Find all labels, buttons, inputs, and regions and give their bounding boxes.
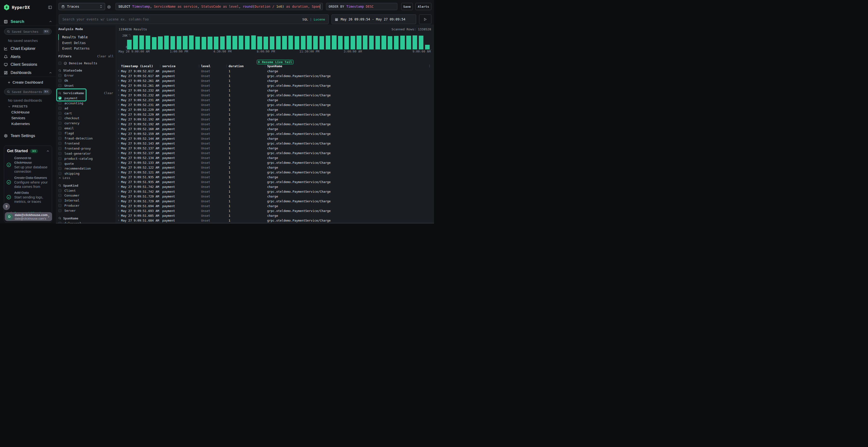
table-row[interactable]: May 27 9:09:52.160 AMpaymentUnset1charge bbox=[116, 127, 434, 131]
saved-searches-input[interactable]: Saved Searches ⌘K bbox=[4, 28, 52, 35]
row-expand-chevron-icon[interactable] bbox=[117, 142, 120, 144]
table-row[interactable]: May 27 9:09:52.231 AMpaymentUnset1grpc.o… bbox=[116, 102, 434, 107]
filter-option-client[interactable]: Client bbox=[58, 188, 114, 193]
row-expand-chevron-icon[interactable] bbox=[117, 99, 120, 101]
table-row[interactable]: May 27 9:09:52.121 AMpaymentUnset1grpc.o… bbox=[116, 170, 434, 175]
lucene-search-input[interactable]: Search your events w/ Lucene ex. column:… bbox=[59, 14, 329, 24]
sidebar-item-dashboards[interactable]: Dashboards bbox=[0, 70, 56, 76]
row-expand-chevron-icon[interactable] bbox=[117, 84, 120, 87]
sidebar-collapse-button[interactable] bbox=[48, 5, 52, 9]
table-row[interactable]: May 27 9:09:51.742 AMpaymentUnset1charge bbox=[116, 184, 434, 189]
checkbox[interactable] bbox=[58, 189, 61, 192]
checkbox[interactable] bbox=[58, 209, 61, 212]
language-toggle[interactable]: SQL | Lucene bbox=[302, 18, 325, 21]
preset-services[interactable]: Services bbox=[11, 116, 25, 120]
analysis-mode-results-table[interactable]: Results Table bbox=[58, 34, 114, 40]
table-row[interactable]: May 27 9:09:52.231 AMpaymentUnset1charge bbox=[116, 98, 434, 102]
alerts-button[interactable]: Alerts bbox=[415, 3, 431, 10]
row-expand-chevron-icon[interactable] bbox=[117, 147, 120, 149]
filter-option-internal[interactable]: Internal bbox=[58, 198, 114, 203]
row-expand-chevron-icon[interactable] bbox=[117, 171, 120, 173]
filter-option-flagd[interactable]: flagd bbox=[58, 131, 114, 136]
sidebar-item-chart-explorer[interactable]: Chart Explorer bbox=[0, 46, 56, 51]
table-row[interactable]: May 27 9:09:52.137 AMpaymentUnset1charge bbox=[116, 146, 434, 150]
row-expand-chevron-icon[interactable] bbox=[117, 186, 120, 188]
table-row[interactable]: May 27 9:09:52.122 AMpaymentUnset1charge bbox=[116, 165, 434, 170]
column-separator-icon[interactable]: ⋮ bbox=[159, 64, 162, 68]
column-header-duration[interactable]: duration bbox=[228, 64, 244, 68]
row-expand-chevron-icon[interactable] bbox=[117, 113, 120, 115]
checkbox[interactable] bbox=[58, 142, 61, 145]
row-expand-chevron-icon[interactable] bbox=[117, 70, 120, 72]
table-row[interactable]: May 27 9:09:52.232 AMpaymentUnset1grpc.o… bbox=[116, 93, 434, 98]
clear-all-filters-button[interactable]: Clear all bbox=[97, 55, 114, 58]
table-row[interactable]: May 27 9:09:52.617 AMpaymentUnset1charge bbox=[116, 69, 434, 73]
filter-option-accounting[interactable]: accounting bbox=[58, 101, 114, 106]
filter-option-currency[interactable]: currency bbox=[58, 121, 114, 126]
row-expand-chevron-icon[interactable] bbox=[117, 219, 120, 221]
row-expand-chevron-icon[interactable] bbox=[117, 157, 120, 159]
checkbox[interactable] bbox=[58, 112, 61, 115]
table-row[interactable]: May 27 9:09:51.935 AMpaymentUnset1charge bbox=[116, 175, 434, 179]
checkbox[interactable] bbox=[58, 116, 61, 120]
source-select[interactable]: Traces bbox=[59, 3, 105, 10]
filter-option-ok[interactable]: Ok bbox=[58, 78, 114, 83]
clear-filter-button[interactable]: Clear bbox=[104, 91, 114, 95]
user-menu[interactable]: D dale@clickhouse.com dale@clickhouse.co… bbox=[5, 212, 52, 221]
table-row[interactable]: May 27 9:09:52.617 AMpaymentUnset1grpc.o… bbox=[116, 73, 434, 78]
table-row[interactable]: May 27 9:09:52.229 AMpaymentUnset1charge bbox=[116, 107, 434, 112]
table-row[interactable]: May 27 9:09:52.143 AMpaymentUnset1grpc.o… bbox=[116, 141, 434, 146]
table-row[interactable]: May 27 9:09:51.742 AMpaymentUnset1grpc.o… bbox=[116, 189, 434, 194]
checkbox[interactable] bbox=[58, 84, 61, 87]
row-expand-chevron-icon[interactable] bbox=[117, 152, 120, 154]
column-header-timestamp[interactable]: Timestamp (Local) bbox=[121, 64, 153, 68]
checkbox[interactable] bbox=[58, 137, 61, 140]
show-less-button[interactable]: Less bbox=[58, 175, 70, 180]
table-row[interactable]: May 27 9:09:52.192 AMpaymentUnset1charge bbox=[116, 117, 434, 122]
filter-option-fraud-detection[interactable]: fraud-detection bbox=[58, 136, 114, 141]
row-expand-chevron-icon[interactable] bbox=[117, 133, 120, 135]
checkbox[interactable] bbox=[58, 74, 61, 77]
preset-clickhouse[interactable]: ClickHouse bbox=[11, 110, 30, 114]
row-expand-chevron-icon[interactable] bbox=[117, 200, 120, 202]
filter-option-unset[interactable]: Unset bbox=[58, 83, 114, 88]
checkbox[interactable] bbox=[58, 102, 61, 105]
checkbox[interactable] bbox=[58, 167, 61, 170]
checkbox[interactable] bbox=[58, 79, 61, 82]
table-options-icon[interactable]: ⋮ bbox=[428, 64, 431, 68]
filter-group-header-statuscode[interactable]: StatusCode bbox=[58, 68, 114, 73]
checkbox[interactable] bbox=[58, 122, 61, 125]
column-header-level[interactable]: level bbox=[201, 64, 211, 68]
filter-group-header-spanname[interactable]: SpanName bbox=[58, 216, 114, 221]
filter-option-ad[interactable]: ad bbox=[58, 106, 114, 111]
checkbox[interactable] bbox=[58, 194, 61, 197]
filter-option-load-generator[interactable]: load-generator bbox=[58, 151, 114, 156]
checkbox[interactable] bbox=[58, 204, 61, 207]
table-row[interactable]: May 27 9:09:52.192 AMpaymentUnset2grpc.o… bbox=[116, 122, 434, 127]
run-query-button[interactable] bbox=[419, 14, 431, 24]
row-expand-chevron-icon[interactable] bbox=[117, 181, 120, 183]
save-button[interactable]: Save bbox=[401, 3, 413, 10]
table-row[interactable]: May 27 9:09:51.685 AMpaymentUnset1charge bbox=[116, 213, 434, 218]
gear-icon[interactable] bbox=[107, 5, 111, 9]
checkbox[interactable] bbox=[58, 152, 61, 155]
filter-option-payment[interactable]: payment bbox=[58, 96, 114, 101]
filter-option-server[interactable]: Server bbox=[58, 208, 114, 213]
filter-option-frontend-proxy[interactable]: frontend-proxy bbox=[58, 146, 114, 151]
table-row[interactable]: May 27 9:09:52.137 AMpaymentUnset1grpc.o… bbox=[116, 150, 434, 156]
get-started-header[interactable]: Get Started 3/3 bbox=[7, 149, 50, 153]
filter-option-email[interactable]: email bbox=[58, 126, 114, 131]
get-started-step[interactable]: Connect to ClickHouse Set up your databa… bbox=[6, 156, 50, 174]
row-expand-chevron-icon[interactable] bbox=[117, 215, 120, 217]
filter-option-producer[interactable]: Producer bbox=[58, 203, 114, 208]
row-expand-chevron-icon[interactable] bbox=[117, 109, 120, 111]
row-expand-chevron-icon[interactable] bbox=[117, 166, 120, 169]
create-dashboard-button[interactable]: Create Dashboard bbox=[0, 79, 56, 85]
table-row[interactable]: May 27 9:09:51.694 AMpaymentUnset1charge bbox=[116, 204, 434, 208]
column-header-spanname[interactable]: SpanName bbox=[267, 64, 282, 68]
filter-option-frontend[interactable]: frontend bbox=[58, 141, 114, 146]
row-expand-chevron-icon[interactable] bbox=[117, 123, 120, 125]
filter-option-checkout[interactable]: checkout bbox=[58, 116, 114, 121]
lang-lucene-option[interactable]: Lucene bbox=[314, 18, 325, 21]
table-row[interactable]: May 27 9:09:51.935 AMpaymentUnset1grpc.o… bbox=[116, 179, 434, 184]
